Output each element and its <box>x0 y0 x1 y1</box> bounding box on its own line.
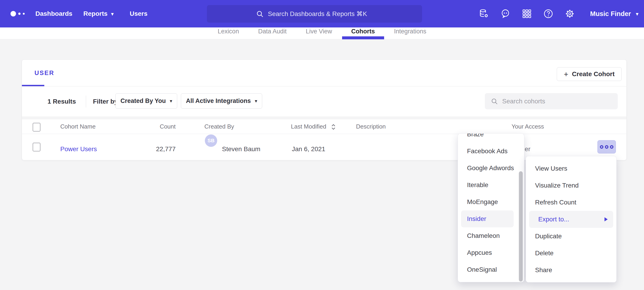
col-cohort-name[interactable]: Cohort Name <box>60 123 96 130</box>
col-created-by[interactable]: Created By <box>204 123 234 130</box>
cohort-count: 22,777 <box>132 146 176 153</box>
ellipsis-ring-icon <box>600 145 603 149</box>
col-description[interactable]: Description <box>356 123 386 130</box>
integrations-filter-dropdown[interactable]: All Active Integrations ▾ <box>181 93 262 109</box>
section-tab-strip: Lexicon Data Audit Live View Cohorts Int… <box>0 28 644 39</box>
sort-icon[interactable] <box>331 123 336 130</box>
menu-item-delete[interactable]: Delete <box>526 245 616 262</box>
ellipsis-ring-icon <box>605 145 608 149</box>
menu-item-braze[interactable]: Braze <box>458 133 524 143</box>
topbar-icon-group <box>479 0 575 28</box>
row-more-actions-button[interactable] <box>598 140 616 154</box>
apps-grid-icon[interactable] <box>522 9 532 19</box>
global-search-input[interactable] <box>268 10 373 18</box>
tab-cohorts[interactable]: Cohorts <box>351 28 375 39</box>
table-header-row: Cohort Name Count Created By Last Modifi… <box>22 119 626 134</box>
menu-item-visualize-trend[interactable]: Visualize Trend <box>526 177 616 194</box>
tab-live-view[interactable]: Live View <box>306 28 332 39</box>
app-window: Dashboards Reports ▾ Users <box>0 0 644 290</box>
menu-item-google-adwords[interactable]: Google Adwords <box>458 160 524 177</box>
menu-item-chameleon[interactable]: Chameleon <box>458 227 524 244</box>
search-icon <box>256 10 264 18</box>
avatar: SB <box>205 134 217 147</box>
col-last-modified[interactable]: Last Modified <box>291 123 326 130</box>
filter-by-label: Filter by <box>93 98 118 105</box>
section-divider <box>22 86 626 86</box>
global-search-bar[interactable] <box>207 5 422 23</box>
export-to-submenu: Braze Facebook Ads Google Adwords Iterab… <box>458 133 524 282</box>
feedback-bubble-icon[interactable] <box>500 9 511 19</box>
menu-item-insider[interactable]: Insider <box>461 210 514 227</box>
row-checkbox[interactable] <box>33 143 40 152</box>
search-icon <box>491 98 498 105</box>
vertical-divider <box>86 96 86 107</box>
caret-down-icon: ▾ <box>636 12 638 16</box>
caret-down-icon: ▾ <box>170 99 172 103</box>
caret-down-icon: ▾ <box>255 99 257 103</box>
menu-item-export-to[interactable]: Export to... <box>529 211 613 228</box>
created-by-name: Steven Baum <box>222 146 260 153</box>
tab-integrations[interactable]: Integrations <box>394 28 426 39</box>
mixpanel-logo-icon[interactable] <box>10 0 25 28</box>
created-by-filter-dropdown[interactable]: Created By You ▾ <box>115 93 177 109</box>
cohort-search-bar[interactable] <box>485 93 618 109</box>
nav-dashboards[interactable]: Dashboards <box>36 0 72 28</box>
nav-users[interactable]: Users <box>130 0 148 28</box>
caret-down-icon: ▾ <box>111 12 114 16</box>
project-switcher[interactable]: Music Finder ▾ <box>590 0 638 28</box>
logo-dot-large <box>10 11 16 17</box>
cohort-search-input[interactable] <box>502 98 603 105</box>
submenu-scrollbar-thumb[interactable] <box>519 171 523 281</box>
submenu-arrow-icon <box>604 217 608 221</box>
results-count: 1 Results <box>48 98 76 105</box>
toolbar-table-gap <box>22 116 626 119</box>
nav-users-label: Users <box>130 10 148 17</box>
menu-item-duplicate[interactable]: Duplicate <box>526 228 616 245</box>
data-management-icon[interactable] <box>479 9 489 19</box>
select-all-checkbox[interactable] <box>33 123 40 131</box>
menu-item-refresh-count[interactable]: Refresh Count <box>526 194 616 211</box>
last-modified-date: Jan 6, 2021 <box>292 146 325 153</box>
logo-dot-small <box>23 13 25 15</box>
menu-item-moengage[interactable]: MoEngage <box>458 194 524 210</box>
tab-data-audit[interactable]: Data Audit <box>258 28 286 39</box>
nav-reports-label: Reports <box>83 10 108 17</box>
menu-item-view-users[interactable]: View Users <box>526 160 616 177</box>
cohorts-panel: USER + Create Cohort 1 Results Filter by… <box>22 59 627 160</box>
nav-dashboards-label: Dashboards <box>36 10 72 17</box>
plus-icon: + <box>564 70 568 78</box>
nav-reports[interactable]: Reports ▾ <box>83 0 114 28</box>
tab-lexicon[interactable]: Lexicon <box>218 28 239 39</box>
user-section-tab[interactable]: USER <box>34 70 54 77</box>
menu-item-appcues[interactable]: Appcues <box>458 244 524 261</box>
ellipsis-ring-icon <box>610 145 614 149</box>
create-cohort-button[interactable]: + Create Cohort <box>557 67 622 81</box>
project-name: Music Finder <box>590 10 631 18</box>
settings-gear-icon[interactable] <box>564 9 575 19</box>
logo-dot-medium <box>18 13 20 15</box>
col-count[interactable]: Count <box>132 123 176 130</box>
menu-item-facebook-ads[interactable]: Facebook Ads <box>458 143 524 160</box>
col-your-access[interactable]: Your Access <box>512 123 544 130</box>
cohort-name-link[interactable]: Power Users <box>60 146 97 153</box>
top-navigation-bar: Dashboards Reports ▾ Users <box>0 0 644 28</box>
active-tab-underline <box>342 36 384 39</box>
menu-item-iterable[interactable]: Iterable <box>458 177 524 194</box>
menu-item-onesignal[interactable]: OneSignal <box>458 261 524 278</box>
menu-item-share[interactable]: Share <box>526 262 616 278</box>
help-icon[interactable] <box>543 9 554 19</box>
export-target-list: Braze Facebook Ads Google Adwords Iterab… <box>458 133 524 278</box>
row-context-menu: View Users Visualize Trend Refresh Count… <box>526 156 616 282</box>
